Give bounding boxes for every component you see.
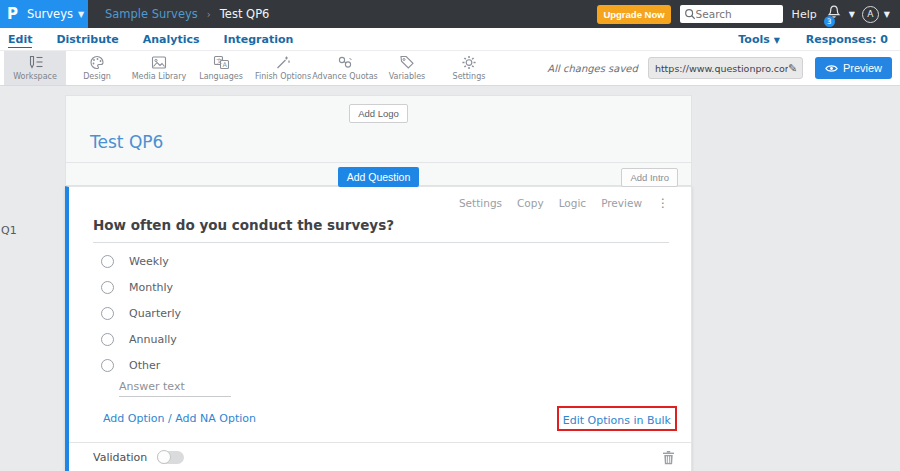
toolbar-item-label: Advance Quotas (312, 72, 377, 81)
option-label[interactable]: Quarterly (129, 307, 181, 320)
survey-url-input[interactable] (655, 63, 788, 74)
option-label[interactable]: Annually (129, 333, 177, 346)
preview-button-label: Preview (843, 62, 882, 74)
toolbar-item-languages[interactable]: 文 A Languages (190, 51, 252, 85)
toolbar-item-advance-quotas[interactable]: Advance Quotas (314, 51, 376, 85)
question-number-label: Q1 (1, 224, 17, 237)
upgrade-now-button[interactable]: Upgrade Now (597, 5, 670, 24)
option-tools-row: Add Option / Add NA Option Edit Options … (103, 406, 677, 431)
toolbar-item-design[interactable]: Design (66, 51, 128, 85)
surveys-menu[interactable]: P Surveys ▼ (0, 0, 88, 28)
preview-button[interactable]: Preview (815, 57, 892, 79)
other-answer-input[interactable]: Answer text (119, 380, 231, 397)
question-text[interactable]: How often do you conduct the surveys? (93, 217, 669, 243)
tab-edit[interactable]: Edit (8, 31, 32, 48)
chevron-down-icon: ▼ (78, 10, 84, 19)
breadcrumb-current: Test QP6 (220, 7, 270, 21)
topbar-right-group: Upgrade Now Help 3 ▼ A ▼ (597, 4, 900, 24)
radio-button[interactable] (101, 255, 114, 268)
media-library-icon (151, 55, 167, 70)
toggle-knob (157, 450, 171, 464)
toolbar-item-label: Media Library (132, 72, 187, 81)
option-row: Monthly (101, 274, 691, 300)
question-logic-link[interactable]: Logic (559, 197, 586, 209)
search-box[interactable] (680, 5, 783, 23)
tab-distribute[interactable]: Distribute (56, 31, 118, 47)
surveys-menu-label: Surveys (27, 7, 73, 21)
nav-right-group: Tools ▼ Responses: 0 (738, 33, 888, 46)
survey-nav: Edit Distribute Analytics Integration To… (0, 28, 900, 50)
top-bar: P Surveys ▼ Sample Surveys › Test QP6 Up… (0, 0, 900, 28)
help-link[interactable]: Help (792, 8, 817, 21)
chevron-down-icon[interactable]: ▼ (849, 10, 855, 19)
option-row: Annually (101, 326, 691, 352)
survey-title[interactable]: Test QP6 (90, 132, 691, 152)
toolbar-item-label: Finish Options (255, 72, 311, 81)
toolbar-item-workspace[interactable]: Workspace (4, 51, 66, 85)
question-settings-link[interactable]: Settings (459, 197, 502, 209)
option-row: Other (101, 352, 691, 378)
survey-header-actions: Add Question Add Intro (66, 163, 691, 191)
survey-workspace: Q1 Add Logo Test QP6 Add Question Add In… (0, 95, 900, 471)
survey-card: Add Logo Test QP6 Add Question Add Intro… (65, 95, 692, 471)
validation-toggle[interactable] (157, 451, 184, 464)
toolbar-item-finish-options[interactable]: Finish Options (252, 51, 314, 85)
more-options-icon[interactable]: ⋮ (657, 196, 669, 210)
search-input[interactable] (696, 8, 776, 20)
notification-badge: 3 (824, 16, 835, 27)
trash-icon (662, 450, 675, 465)
toolbar-item-label: Variables (389, 72, 426, 81)
workspace-icon (27, 55, 44, 70)
tab-integration[interactable]: Integration (224, 31, 294, 47)
question-block: Settings Copy Logic Preview ⋮ How often … (65, 186, 692, 471)
search-icon (684, 8, 696, 20)
breadcrumb-separator-icon: › (207, 9, 211, 20)
questionpro-logo: P (7, 7, 18, 22)
questionpro-app: P Surveys ▼ Sample Surveys › Test QP6 Up… (0, 0, 900, 471)
breadcrumb-parent[interactable]: Sample Surveys (105, 7, 198, 21)
delete-question-button[interactable] (662, 450, 675, 465)
option-label[interactable]: Monthly (129, 281, 173, 294)
quotas-icon (337, 55, 353, 70)
radio-button[interactable] (101, 307, 114, 320)
radio-button[interactable] (101, 281, 114, 294)
add-logo-row: Add Logo (66, 96, 691, 123)
toolbar-item-label: Languages (199, 72, 243, 81)
question-copy-link[interactable]: Copy (517, 197, 544, 209)
notifications-button[interactable]: 3 (826, 4, 842, 24)
tab-analytics[interactable]: Analytics (143, 31, 200, 47)
design-icon (89, 55, 105, 70)
edit-options-in-bulk-link[interactable]: Edit Options in Bulk (563, 414, 671, 427)
toolbar-item-media-library[interactable]: Media Library (128, 51, 190, 85)
add-question-button[interactable]: Add Question (338, 167, 420, 187)
option-label[interactable]: Other (129, 359, 160, 372)
toolbar-item-variables[interactable]: Variables (376, 51, 438, 85)
answer-options-list: Weekly Monthly Quarterly Annually (101, 248, 691, 378)
responses-count[interactable]: Responses: 0 (806, 33, 888, 46)
breadcrumb: Sample Surveys › Test QP6 (105, 7, 269, 21)
toolbar-right-group: All changes saved ✎ Preview (547, 51, 900, 85)
eye-icon (825, 64, 838, 73)
add-intro-button[interactable]: Add Intro (621, 168, 678, 187)
avatar-initial: A (867, 9, 873, 19)
avatar[interactable]: A (862, 6, 879, 23)
survey-header: Add Logo Test QP6 Add Question Add Intro (65, 95, 692, 186)
chevron-down-icon[interactable]: ▼ (884, 10, 890, 19)
tools-menu[interactable]: Tools ▼ (738, 33, 779, 46)
question-preview-link[interactable]: Preview (601, 197, 642, 209)
add-logo-button[interactable]: Add Logo (349, 104, 408, 123)
annotation-highlight-box: Edit Options in Bulk (557, 406, 677, 431)
validation-row: Validation (69, 442, 691, 471)
add-option-link[interactable]: Add Option / Add NA Option (103, 412, 256, 425)
radio-button[interactable] (101, 359, 114, 372)
edit-url-icon[interactable]: ✎ (788, 62, 797, 75)
radio-button[interactable] (101, 333, 114, 346)
toolbar-item-label: Settings (453, 72, 486, 81)
survey-url-box: ✎ (648, 57, 803, 79)
workspace-toolbar: Workspace Design Media Library 文 A (0, 50, 900, 86)
option-label[interactable]: Weekly (129, 255, 169, 268)
option-row: Weekly (101, 248, 691, 274)
toolbar-item-settings[interactable]: Settings (438, 51, 500, 85)
languages-icon: 文 A (213, 55, 230, 70)
tag-icon (399, 55, 415, 70)
